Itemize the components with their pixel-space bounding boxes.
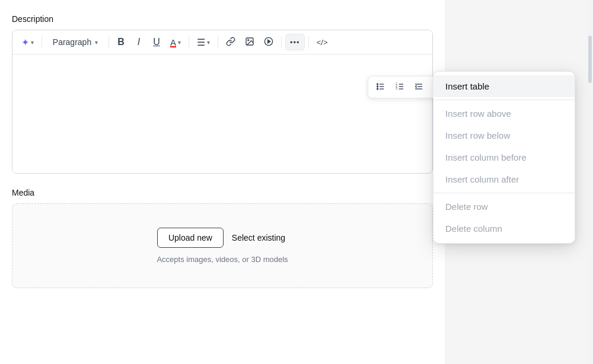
dropdown-insert-col-after[interactable]: Insert column after — [433, 168, 575, 190]
dropdown-insert-col-before[interactable]: Insert column before — [433, 146, 575, 168]
video-icon — [264, 37, 273, 48]
more-icon: ••• — [290, 38, 300, 47]
align-icon: ☰ — [197, 37, 205, 48]
ai-chevron-icon: ▾ — [31, 39, 34, 46]
paragraph-label: Paragraph — [53, 37, 91, 47]
scrollbar-thumb[interactable] — [588, 36, 592, 83]
ai-button[interactable]: ✦ ▾ — [17, 34, 38, 50]
dropdown-delete-column[interactable]: Delete column — [433, 218, 575, 240]
media-label: Media — [12, 188, 433, 197]
editor-toolbar: ✦ ▾ Paragraph ▾ B — [12, 30, 432, 55]
editor-body[interactable] — [12, 55, 432, 173]
svg-point-9 — [377, 88, 378, 90]
paragraph-chevron-icon: ▾ — [95, 39, 98, 46]
bold-button[interactable]: B — [113, 34, 129, 50]
bullet-list-icon — [376, 82, 385, 93]
svg-text:3: 3 — [396, 87, 397, 90]
font-color-button[interactable]: A ▾ — [166, 34, 185, 50]
scrollbar-track[interactable] — [587, 0, 593, 364]
dropdown-delete-row[interactable]: Delete row — [433, 196, 575, 218]
bold-icon: B — [117, 37, 125, 47]
more-button[interactable]: ••• — [285, 34, 305, 50]
media-drop-area[interactable]: Upload new Select existing Accepts image… — [12, 203, 433, 288]
divider-3 — [189, 36, 189, 48]
underline-icon: U — [153, 37, 160, 47]
table-dropdown-popup: Insert table Insert row above Insert row… — [433, 71, 575, 244]
description-label: Description — [12, 14, 433, 24]
font-color-icon: A — [170, 37, 176, 47]
font-color-chevron-icon: ▾ — [178, 39, 181, 46]
select-existing-button[interactable]: Select existing — [229, 228, 288, 248]
italic-icon: I — [138, 37, 140, 47]
dropdown-insert-row-below[interactable]: Insert row below — [433, 124, 575, 146]
video-button[interactable] — [260, 34, 278, 50]
bullet-list-button[interactable] — [372, 79, 390, 95]
underline-button[interactable]: U — [148, 34, 165, 50]
ai-icon: ✦ — [21, 37, 29, 48]
divider-4 — [218, 36, 218, 48]
divider-6 — [308, 36, 309, 48]
media-section: Media Upload new Select existing Accepts… — [12, 188, 433, 288]
image-button[interactable] — [241, 34, 259, 50]
dropdown-insert-row-above[interactable]: Insert row above — [433, 103, 575, 124]
editor-container: ✦ ▾ Paragraph ▾ B — [12, 30, 433, 174]
divider-5 — [281, 36, 282, 48]
outdent-button[interactable] — [410, 79, 428, 95]
media-buttons: Upload new Select existing — [157, 228, 288, 248]
italic-button[interactable]: I — [130, 34, 147, 50]
svg-point-1 — [248, 39, 249, 40]
align-chevron-icon: ▾ — [207, 39, 210, 46]
code-icon: </> — [317, 38, 328, 47]
outdent-icon — [414, 82, 423, 93]
svg-point-7 — [377, 84, 378, 85]
divider-2 — [109, 36, 109, 48]
svg-marker-3 — [268, 40, 270, 43]
paragraph-dropdown[interactable]: Paragraph ▾ — [46, 34, 105, 50]
image-icon — [245, 37, 254, 48]
link-icon — [226, 37, 235, 48]
align-button[interactable]: ☰ ▾ — [193, 34, 214, 50]
svg-point-8 — [377, 86, 378, 87]
code-view-button[interactable]: </> — [313, 34, 332, 50]
upload-new-button[interactable]: Upload new — [157, 228, 224, 248]
dropdown-insert-table[interactable]: Insert table — [433, 75, 575, 97]
link-button[interactable] — [222, 34, 240, 50]
media-hint: Accepts images, videos, or 3D models — [157, 255, 288, 264]
divider-1 — [42, 36, 42, 48]
ordered-list-icon: 1 2 3 — [395, 82, 404, 93]
ordered-list-button[interactable]: 1 2 3 — [391, 79, 409, 95]
dropdown-divider-1 — [433, 100, 575, 100]
dropdown-divider-2 — [433, 193, 575, 193]
